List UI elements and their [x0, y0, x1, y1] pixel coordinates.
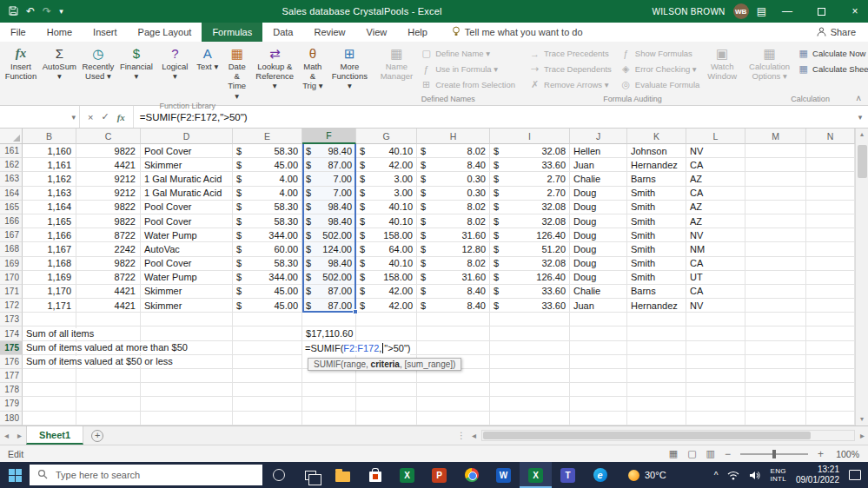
cell-B169[interactable]: 1,168 [23, 257, 76, 271]
cell-B173[interactable] [23, 313, 76, 326]
cell-I175[interactable] [490, 341, 570, 355]
cell-H164[interactable]: $0.30 [417, 187, 490, 201]
column-header-H[interactable]: H [417, 129, 490, 144]
cell-I164[interactable]: $2.70 [490, 187, 570, 201]
cell-L168[interactable]: NM [686, 242, 745, 256]
vertical-scroll-thumb[interactable] [858, 145, 867, 178]
cell-F178[interactable] [302, 383, 356, 397]
cell-N172[interactable] [806, 299, 855, 313]
cell-M173[interactable] [745, 313, 806, 326]
cell-J161[interactable]: Hellen [570, 144, 627, 158]
taskbar-search[interactable]: Type here to search [30, 465, 262, 485]
page-break-view-icon[interactable]: ▥ [706, 448, 715, 459]
minimize-button[interactable]: — [774, 0, 800, 23]
cell-J165[interactable]: Doug [570, 201, 627, 214]
cell-I167[interactable]: $126.40 [490, 228, 570, 242]
cell-J168[interactable]: Doug [570, 242, 627, 256]
cell-E170[interactable]: $344.00 [233, 271, 302, 285]
cell-L164[interactable]: CA [686, 187, 745, 201]
cell-G174[interactable] [356, 326, 417, 340]
cell-J164[interactable]: Doug [570, 187, 627, 201]
file-explorer-taskbar-button[interactable] [327, 462, 359, 488]
cancel-formula-icon[interactable]: × [88, 112, 93, 122]
cell-G177[interactable] [356, 369, 417, 383]
cell-L171[interactable]: CA [686, 285, 745, 299]
cell-K168[interactable]: Smith [627, 242, 686, 256]
cell-G166[interactable]: $40.10 [356, 214, 417, 228]
active-edit-cell[interactable]: =SUMIF(F2:F172,">50") [302, 341, 410, 355]
row-header-167[interactable]: 167 [0, 228, 23, 242]
cell-N170[interactable] [806, 271, 855, 285]
cell-B176[interactable]: Sum of items valued at $50 or less [23, 355, 76, 369]
zoom-in-button[interactable]: + [818, 448, 824, 460]
cell-F174[interactable]: $17,110.60 [302, 326, 356, 340]
row-header-175[interactable]: 175 [0, 341, 23, 355]
cell-D172[interactable]: Skimmer [141, 299, 233, 313]
cell-J162[interactable]: Juan [570, 158, 627, 172]
horizontal-scrollbar[interactable] [481, 430, 855, 441]
logical-button[interactable]: ?Logical ▾ [157, 43, 193, 81]
cell-K172[interactable]: Hernandez [627, 299, 686, 313]
row-header-173[interactable]: 173 [0, 313, 23, 326]
ribbon-display-options-icon[interactable]: ▤ [757, 6, 766, 16]
cell-H180[interactable] [417, 412, 490, 425]
cell-C162[interactable]: 4421 [76, 158, 141, 172]
task-view-button[interactable] [295, 462, 327, 488]
math-trig-button[interactable]: θMath &Trig ▾ [298, 43, 328, 91]
row-header-168[interactable]: 168 [0, 242, 23, 256]
fill-handle[interactable] [353, 309, 358, 314]
cell-L161[interactable]: NV [686, 144, 745, 158]
cell-L179[interactable] [686, 397, 745, 411]
cell-F171[interactable]: $87.00 [302, 285, 356, 299]
financial-button[interactable]: $Financial ▾ [116, 43, 157, 81]
save-icon[interactable] [9, 6, 18, 17]
qat-customize-icon[interactable]: ▾ [59, 8, 63, 16]
column-header-I[interactable]: I [490, 129, 570, 144]
cell-I163[interactable]: $2.70 [490, 172, 570, 186]
cell-B180[interactable] [23, 412, 76, 425]
cell-J174[interactable] [570, 326, 627, 340]
row-header-177[interactable]: 177 [0, 369, 23, 383]
row-header-162[interactable]: 162 [0, 158, 23, 172]
cell-N180[interactable] [806, 412, 855, 425]
row-header-178[interactable]: 178 [0, 383, 23, 397]
row-header-176[interactable]: 176 [0, 355, 23, 369]
cell-F177[interactable] [302, 369, 356, 383]
tab-file[interactable]: File [0, 23, 36, 42]
cell-M161[interactable] [745, 144, 806, 158]
cell-D165[interactable]: Pool Cover [141, 201, 233, 214]
cell-H162[interactable]: $8.40 [417, 158, 490, 172]
column-header-N[interactable]: N [806, 129, 855, 144]
cell-H177[interactable] [417, 369, 490, 383]
cell-D164[interactable]: 1 Gal Muratic Acid [141, 187, 233, 201]
cell-D179[interactable] [141, 397, 233, 411]
column-header-B[interactable]: B [23, 129, 76, 144]
sheet-nav-right-icon[interactable]: ▸ [13, 431, 26, 440]
cell-M172[interactable] [745, 299, 806, 313]
cell-F165[interactable]: $98.40 [302, 201, 356, 214]
tab-page-layout[interactable]: Page Layout [128, 23, 202, 42]
scroll-down-icon[interactable]: ▾ [860, 413, 864, 425]
cell-I178[interactable] [490, 383, 570, 397]
cell-M167[interactable] [745, 228, 806, 242]
cell-D167[interactable]: Water Pump [141, 228, 233, 242]
cell-C170[interactable]: 8722 [76, 271, 141, 285]
cell-G169[interactable]: $40.10 [356, 257, 417, 271]
cell-K166[interactable]: Smith [627, 214, 686, 228]
cell-M175[interactable] [745, 341, 806, 355]
cell-E177[interactable] [233, 369, 302, 383]
cell-B165[interactable]: 1,164 [23, 201, 76, 214]
cell-D166[interactable]: Pool Cover [141, 214, 233, 228]
cell-B168[interactable]: 1,167 [23, 242, 76, 256]
cell-M178[interactable] [745, 383, 806, 397]
cell-G178[interactable] [356, 383, 417, 397]
cell-G162[interactable]: $42.00 [356, 158, 417, 172]
tab-data[interactable]: Data [262, 23, 303, 42]
cell-J179[interactable] [570, 397, 627, 411]
cell-J172[interactable]: Juan [570, 299, 627, 313]
cell-H174[interactable] [417, 326, 490, 340]
cell-K167[interactable]: Smith [627, 228, 686, 242]
cell-G180[interactable] [356, 412, 417, 425]
cell-B177[interactable] [23, 369, 76, 383]
cell-K161[interactable]: Johnson [627, 144, 686, 158]
